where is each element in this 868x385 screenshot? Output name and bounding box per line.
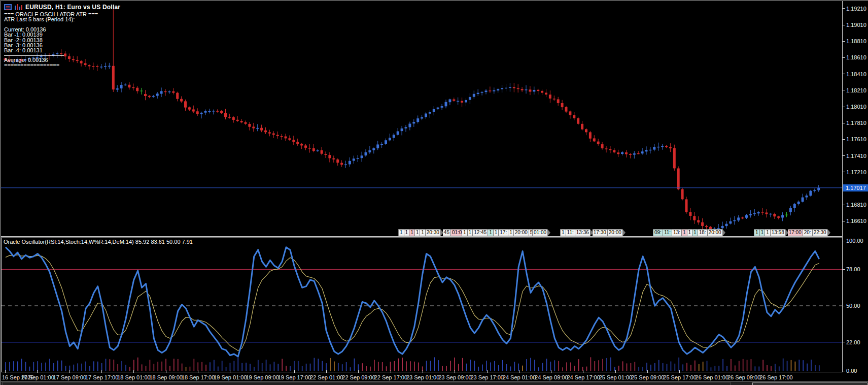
time-tag[interactable]: 17:30 [593, 229, 608, 236]
time-axis-tick [230, 370, 230, 373]
time-axis-tick [133, 370, 134, 373]
price-axis-label: 1.16610 [846, 218, 866, 224]
time-tag[interactable]: 11: [663, 229, 672, 236]
time-tag[interactable]: 13:58 [771, 229, 785, 236]
time-axis-tick [5, 370, 6, 373]
oscillator-window[interactable]: Oracle Oscillator(RSI:14,Stoch:14,W%R:14… [1, 238, 842, 372]
price-axis-label: 1.18010 [846, 104, 866, 110]
time-tag[interactable]: 09: [653, 229, 663, 236]
horizontal-scrollbar[interactable] [1, 381, 868, 385]
time-axis-label: 24 Sep 09:00 [535, 374, 568, 380]
price-axis-tick [843, 139, 845, 140]
mt4-chart-window: EURUSD, H1: Euro vs US Dollar === ORACLE… [0, 0, 868, 385]
time-axis-tick [551, 370, 551, 373]
time-axis-label: 17 Sep 09:00 [53, 374, 86, 380]
price-chart-canvas[interactable] [1, 1, 842, 236]
time-axis-label: 19 Sep 01:00 [214, 374, 247, 380]
time-axis-label: 26 Sep 17:00 [759, 374, 792, 380]
oscillator-axis-tick [843, 371, 845, 371]
atr-footer-rule: ================= [4, 62, 98, 68]
time-axis-tick [744, 370, 744, 373]
time-tag[interactable]: 1 [420, 229, 426, 236]
oscillator-axis-label: 100.00 [846, 238, 863, 244]
oscillator-label: Oracle Oscillator(RSI:14,Stoch:14,W%R:14… [4, 239, 193, 245]
oscillator-axis-label: 22.00 [846, 339, 860, 345]
oscillator-axis-label: 50.00 [846, 303, 860, 309]
time-axis-tick [583, 370, 583, 373]
time-axis-label: 24 Sep 17:00 [567, 374, 600, 380]
time-tag[interactable]: 1 [765, 229, 771, 236]
current-price-badge: 1.17017 [843, 184, 868, 191]
price-axis-label: 1.17810 [846, 120, 866, 126]
time-axis-tick [294, 370, 295, 373]
price-axis-tick [843, 107, 845, 107]
price-axis-label: 1.18410 [846, 71, 866, 77]
atr-subheader: ATR Last 5 bars (Period 14): [4, 17, 98, 22]
time-tag[interactable]: 1 [508, 229, 514, 236]
oscillator-canvas[interactable] [2, 238, 842, 372]
time-tag[interactable]: 20: [803, 229, 813, 236]
time-tag-group: 09:11:13:11118:20:00 [653, 229, 725, 236]
time-tag[interactable]: 22:30 [813, 229, 827, 236]
time-tag[interactable]: 1 [404, 229, 410, 236]
time-tag[interactable]: 1 [760, 229, 766, 236]
price-axis-tick [843, 8, 845, 9]
price-axis-tick [843, 221, 845, 221]
time-tag[interactable]: 1 [682, 229, 687, 236]
time-tag[interactable]: 1 [409, 229, 415, 236]
price-axis-tick [843, 25, 845, 25]
time-tag[interactable]: 1 [468, 229, 473, 236]
time-tag-group: 11113:5817:0020:22:30 [754, 229, 830, 236]
time-tag[interactable]: 1 [687, 229, 693, 236]
time-axis-tick [326, 370, 327, 373]
time-tag[interactable]: 13: [672, 229, 682, 236]
time-tag[interactable]: 13:36 [575, 229, 590, 236]
time-axis[interactable]: 16 Sep 202517 Sep 01:0017 Sep 09:0017 Se… [1, 373, 868, 381]
price-axis-tick [843, 90, 845, 90]
time-axis-tick [391, 370, 391, 373]
oscillator-axis-tick [843, 241, 845, 241]
price-axis-tick [843, 123, 845, 123]
time-tag[interactable]: 20:00 [608, 229, 622, 236]
time-tag[interactable]: 1 [415, 229, 421, 236]
scrollbar-track[interactable] [2, 382, 731, 385]
oscillator-axis-tick [843, 306, 845, 306]
time-axis-tick [358, 370, 359, 373]
time-tag[interactable]: 20:00 [514, 229, 529, 236]
time-tag[interactable]: 1 [398, 229, 404, 236]
time-tag[interactable]: 1 [560, 229, 566, 236]
price-axis-label: 1.18610 [846, 54, 866, 60]
time-axis-label: 23 Sep 17:00 [471, 374, 504, 380]
time-tag[interactable]: 1 [692, 229, 698, 236]
time-tag[interactable]: 45 [443, 229, 451, 236]
time-axis-tick [712, 370, 712, 373]
time-axis-tick [198, 370, 198, 373]
time-tag[interactable]: 1 [462, 229, 468, 236]
time-tag[interactable]: 18: [698, 229, 708, 236]
time-tag[interactable]: 1 [754, 229, 760, 236]
time-tag[interactable]: 1 [494, 229, 499, 236]
chart-title-row: EURUSD, H1: Euro vs US Dollar [4, 4, 120, 11]
price-chart-area[interactable]: EURUSD, H1: Euro vs US Dollar === ORACLE… [1, 1, 842, 236]
price-axis-label: 1.17610 [846, 136, 866, 142]
time-axis-tick [101, 370, 102, 373]
time-tag[interactable]: 20:30 [426, 229, 440, 236]
time-tag[interactable]: 20:00 [708, 229, 722, 236]
time-tag[interactable]: 17:00 [788, 229, 803, 236]
time-tag[interactable]: 1 [488, 229, 494, 236]
time-tag[interactable]: 17: [499, 229, 508, 236]
time-tag[interactable]: 11: [566, 229, 575, 236]
chart-title: EURUSD, H1: Euro vs US Dollar [25, 4, 120, 11]
time-axis-label: 26 Sep 01:00 [696, 374, 728, 380]
scrollbar-thumb[interactable] [752, 382, 867, 385]
time-axis-label: 23 Sep 01:00 [406, 374, 439, 380]
bars-icon[interactable] [15, 4, 22, 10]
oscillator-axis-tick [843, 342, 845, 342]
price-axis-tick [843, 41, 845, 42]
price-axis[interactable]: 1.17017 1.192101.190101.188101.186101.18… [842, 1, 868, 372]
journal-icon[interactable] [4, 4, 12, 10]
time-tag[interactable]: 12:45 [473, 229, 488, 236]
time-tag[interactable]: 01:00 [532, 229, 547, 236]
time-axis-label: 18 Sep 17:00 [182, 374, 215, 380]
time-axis-tick [615, 370, 616, 373]
